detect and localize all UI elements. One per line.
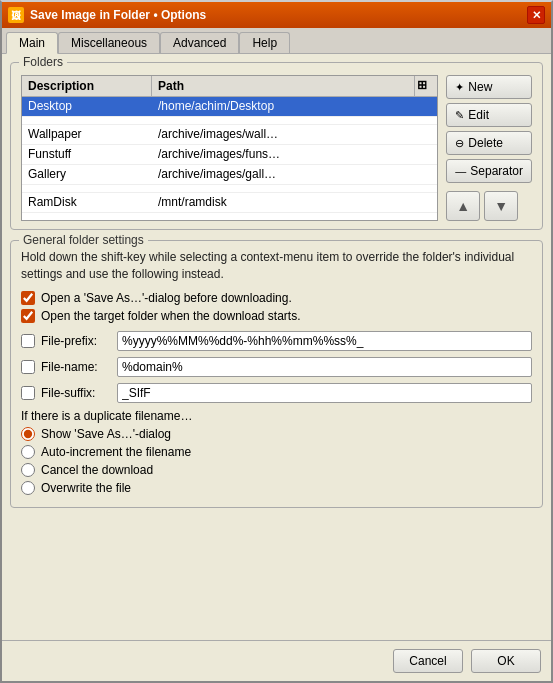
file-name-checkbox[interactable] [21, 360, 35, 374]
window-title: Save Image in Folder • Options [30, 8, 206, 22]
edit-button[interactable]: ✎ Edit [446, 103, 532, 127]
move-down-button[interactable]: ▼ [484, 191, 518, 221]
checkbox-open-folder-label: Open the target folder when the download… [41, 309, 301, 323]
radio-cancel[interactable] [21, 463, 35, 477]
duplicate-section: If there is a duplicate filename… Show '… [21, 409, 532, 495]
radio-save-as-row: Show 'Save As…'-dialog [21, 427, 532, 441]
titlebar: 🖼 Save Image in Folder • Options ✕ [2, 2, 551, 28]
file-prefix-checkbox[interactable] [21, 334, 35, 348]
radio-save-as-dialog[interactable] [21, 427, 35, 441]
down-icon: ▼ [494, 198, 508, 214]
row-path: /home/achim/Desktop [152, 97, 437, 116]
checkbox-save-as-label: Open a 'Save As…'-dialog before download… [41, 291, 292, 305]
table-spacer [22, 185, 437, 193]
main-window: 🖼 Save Image in Folder • Options ✕ Main … [0, 0, 553, 683]
file-suffix-checkbox[interactable] [21, 386, 35, 400]
row-desc: Funstuff [22, 145, 152, 164]
delete-icon: ⊖ [455, 137, 464, 150]
folders-group-label: Folders [19, 55, 67, 69]
settings-description: Hold down the shift-key while selecting … [21, 249, 532, 283]
checkbox-save-as-row: Open a 'Save As…'-dialog before download… [21, 291, 532, 305]
file-suffix-input[interactable] [117, 383, 532, 403]
file-suffix-row: File-suffix: [21, 383, 532, 403]
radio-cancel-label: Cancel the download [41, 463, 153, 477]
folder-buttons: ✦ New ✎ Edit ⊖ Delete — Separator [446, 75, 532, 221]
file-prefix-label: File-prefix: [41, 334, 111, 348]
table-row[interactable]: Gallery /archive/images/gall… [22, 165, 437, 185]
up-icon: ▲ [456, 198, 470, 214]
row-desc: Wallpaper [22, 125, 152, 144]
file-name-input[interactable] [117, 357, 532, 377]
tab-miscellaneous[interactable]: Miscellaneous [58, 32, 160, 53]
new-button[interactable]: ✦ New [446, 75, 532, 99]
file-prefix-row: File-prefix: [21, 331, 532, 351]
radio-auto-increment[interactable] [21, 445, 35, 459]
footer: Cancel OK [2, 640, 551, 681]
radio-overwrite[interactable] [21, 481, 35, 495]
checkbox-open-folder[interactable] [21, 309, 35, 323]
main-content: Folders Description Path ⊞ Desktop /home… [2, 54, 551, 640]
file-prefix-input[interactable] [117, 331, 532, 351]
table-body: Desktop /home/achim/Desktop Wallpaper /a… [22, 97, 437, 213]
duplicate-label: If there is a duplicate filename… [21, 409, 532, 423]
folders-table: Description Path ⊞ Desktop /home/achim/D… [21, 75, 438, 221]
checkbox-save-as[interactable] [21, 291, 35, 305]
col-path: Path [152, 76, 415, 96]
table-row[interactable]: Funstuff /archive/images/funs… [22, 145, 437, 165]
edit-icon: ✎ [455, 109, 464, 122]
radio-save-as-label: Show 'Save As…'-dialog [41, 427, 171, 441]
radio-auto-increment-row: Auto-increment the filename [21, 445, 532, 459]
radio-auto-increment-label: Auto-increment the filename [41, 445, 191, 459]
table-row[interactable]: RamDisk /mnt/ramdisk [22, 193, 437, 213]
folders-group: Folders Description Path ⊞ Desktop /home… [10, 62, 543, 230]
cancel-button[interactable]: Cancel [393, 649, 463, 673]
folders-area: Description Path ⊞ Desktop /home/achim/D… [21, 75, 532, 221]
tab-bar: Main Miscellaneous Advanced Help [2, 28, 551, 54]
move-up-button[interactable]: ▲ [446, 191, 480, 221]
ok-button[interactable]: OK [471, 649, 541, 673]
new-icon: ✦ [455, 81, 464, 94]
table-row[interactable]: Desktop /home/achim/Desktop [22, 97, 437, 117]
row-path: /archive/images/wall… [152, 125, 437, 144]
general-settings-group: General folder settings Hold down the sh… [10, 240, 543, 508]
file-name-row: File-name: [21, 357, 532, 377]
col-icon: ⊞ [415, 76, 437, 96]
tab-help[interactable]: Help [239, 32, 290, 53]
row-path: /archive/images/gall… [152, 165, 437, 184]
row-desc: Desktop [22, 97, 152, 116]
file-name-label: File-name: [41, 360, 111, 374]
row-desc: RamDisk [22, 193, 152, 212]
arrow-buttons: ▲ ▼ [446, 191, 532, 221]
separator-icon: — [455, 165, 466, 177]
radio-overwrite-label: Overwrite the file [41, 481, 131, 495]
file-suffix-label: File-suffix: [41, 386, 111, 400]
col-description: Description [22, 76, 152, 96]
row-path: /mnt/ramdisk [152, 193, 437, 212]
close-button[interactable]: ✕ [527, 6, 545, 24]
radio-cancel-row: Cancel the download [21, 463, 532, 477]
table-spacer [22, 117, 437, 125]
radio-overwrite-row: Overwrite the file [21, 481, 532, 495]
table-row[interactable]: Wallpaper /archive/images/wall… [22, 125, 437, 145]
row-path: /archive/images/funs… [152, 145, 437, 164]
table-header: Description Path ⊞ [22, 76, 437, 97]
tab-main[interactable]: Main [6, 32, 58, 54]
row-desc: Gallery [22, 165, 152, 184]
app-icon: 🖼 [8, 7, 24, 23]
tab-advanced[interactable]: Advanced [160, 32, 239, 53]
separator-button[interactable]: — Separator [446, 159, 532, 183]
checkbox-open-folder-row: Open the target folder when the download… [21, 309, 532, 323]
delete-button[interactable]: ⊖ Delete [446, 131, 532, 155]
general-group-label: General folder settings [19, 233, 148, 247]
